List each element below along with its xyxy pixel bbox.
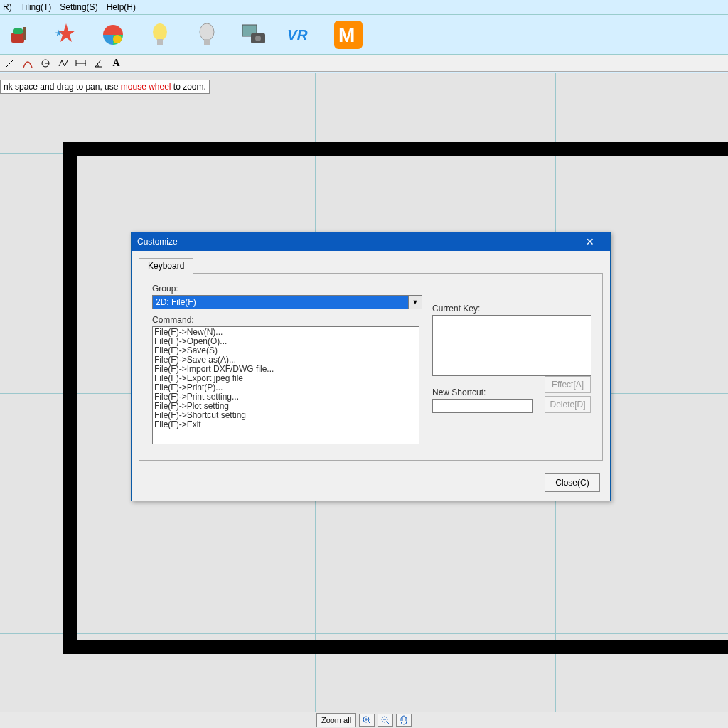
menu-setting[interactable]: Setting(S) <box>60 2 97 12</box>
group-label: Group: <box>152 284 589 294</box>
svg-rect-0 <box>11 33 24 43</box>
list-item[interactable]: File(F)->Exit <box>154 420 417 429</box>
svg-rect-7 <box>157 39 163 45</box>
dialog-footer: Close(C) <box>132 468 610 500</box>
command-listbox[interactable]: File(F)->New(N)... File(F)->Open(O)... F… <box>152 326 419 444</box>
lightbulb-on-icon[interactable] <box>146 21 173 48</box>
zoom-in-icon[interactable] <box>359 714 375 727</box>
circle-tool-icon[interactable] <box>40 58 50 69</box>
menu-bar: R) Tiling(T) Setting(S) Help(H) <box>0 0 728 15</box>
chevron-down-icon[interactable]: ▼ <box>408 295 422 309</box>
hint-tooltip: nk space and drag to pan, use mouse whee… <box>0 80 210 94</box>
drawing-toolbar: A <box>0 55 728 72</box>
m-logo-icon[interactable]: M <box>334 21 363 49</box>
polyline-tool-icon[interactable] <box>58 58 68 69</box>
menu-tiling[interactable]: Tiling(T) <box>21 2 52 12</box>
zoom-all-button[interactable]: Zoom all <box>316 713 356 727</box>
svg-text:VR: VR <box>287 26 308 43</box>
camera-photo-icon[interactable] <box>240 21 267 48</box>
current-key-label: Current Key: <box>432 304 594 314</box>
pan-hand-icon[interactable] <box>396 714 412 727</box>
angle-tool-icon[interactable] <box>93 58 104 69</box>
group-dropdown[interactable]: 2D: File(F) ▼ <box>152 295 422 309</box>
lightbulb-off-icon[interactable] <box>193 21 220 48</box>
svg-rect-2 <box>23 27 26 40</box>
text-tool-icon[interactable]: A <box>111 58 122 69</box>
effect-button[interactable]: Effect[A] <box>545 376 591 393</box>
close-button[interactable]: Close(C) <box>545 473 600 492</box>
line-tool-icon[interactable] <box>4 58 15 69</box>
svg-rect-9 <box>204 39 210 45</box>
main-toolbar: VR M <box>0 15 728 55</box>
dialog-titlebar[interactable]: Customize ✕ <box>132 232 610 251</box>
magic-stars-icon[interactable] <box>53 21 80 48</box>
svg-point-6 <box>153 23 167 41</box>
dimension-tool-icon[interactable] <box>75 58 86 69</box>
current-key-box[interactable] <box>432 315 592 376</box>
tab-keyboard[interactable]: Keyboard <box>139 258 193 274</box>
svg-point-8 <box>200 23 214 41</box>
svg-line-26 <box>387 722 390 724</box>
arc-tool-icon[interactable] <box>22 58 33 69</box>
menu-help[interactable]: Help(H) <box>107 2 136 12</box>
menu-item[interactable]: R) <box>3 2 12 12</box>
new-shortcut-input[interactable] <box>432 399 533 413</box>
delete-button[interactable]: Delete[D] <box>545 396 591 413</box>
dialog-title: Customize <box>137 237 178 247</box>
palette-person-icon[interactable] <box>100 21 127 48</box>
group-value: 2D: File(F) <box>156 297 196 307</box>
paint-bucket-icon[interactable] <box>6 21 33 48</box>
vr-icon[interactable]: VR <box>287 21 314 48</box>
svg-text:M: M <box>338 24 355 46</box>
svg-point-12 <box>255 36 261 41</box>
svg-line-15 <box>6 59 14 68</box>
svg-line-22 <box>368 722 371 724</box>
close-icon[interactable]: ✕ <box>576 234 604 250</box>
tab-strip: Keyboard <box>139 258 603 274</box>
hint-text: to zoom. <box>171 82 206 92</box>
svg-rect-1 <box>13 28 23 34</box>
hint-text: nk space and drag to pan, use <box>4 82 121 92</box>
status-bar: Zoom all <box>0 712 728 728</box>
customize-dialog: Customize ✕ Keyboard Group: 2D: File(F) … <box>131 232 611 501</box>
zoom-out-icon[interactable] <box>378 714 393 727</box>
hint-highlight: mouse wheel <box>121 82 171 92</box>
svg-point-5 <box>113 35 122 43</box>
dialog-panel: Group: 2D: File(F) ▼ Command: File(F)->N… <box>139 274 603 461</box>
